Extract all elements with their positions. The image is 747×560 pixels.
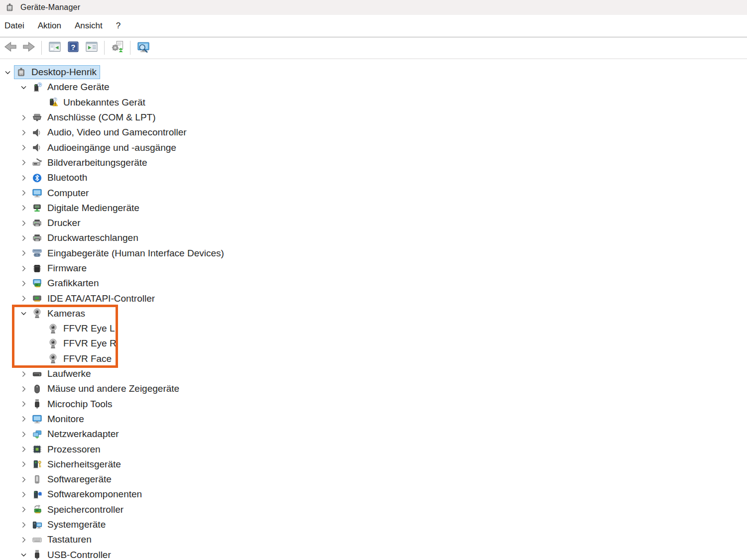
help-button[interactable]: ? [65,40,81,56]
chevron-right-icon[interactable] [17,203,30,214]
back-button[interactable] [2,40,18,56]
update-driver-button[interactable] [109,40,125,56]
chevron-down-icon[interactable] [1,67,14,78]
tree-item[interactable]: Monitore [30,412,88,426]
chevron-right-icon[interactable] [17,399,30,410]
tree-item[interactable]: Microchip Tools [30,397,116,411]
tree-item[interactable]: ?Andere Geräte [30,80,113,94]
tree-item[interactable]: Bluetooth [30,171,91,185]
chevron-right-icon[interactable] [17,278,30,289]
chevron-right-icon[interactable] [17,218,30,228]
menu-item-hilfe[interactable]: ? [116,21,121,31]
chevron-right-icon[interactable] [17,232,30,243]
chevron-right-icon[interactable] [17,142,30,153]
scan-hardware-changes-button[interactable] [135,40,151,56]
tree-row: Systemgeräte [0,517,747,532]
tree-item[interactable]: FFVR Face [46,352,115,366]
tree-item-label: Unbekanntes Gerät [63,97,145,108]
tree-item[interactable]: Tastaturen [30,533,95,547]
tree-row: Speichercontroller [0,502,747,517]
tree-item[interactable]: Prozessoren [30,443,104,456]
camera-icon [47,323,59,335]
chevron-right-icon[interactable] [17,127,30,138]
forward-button[interactable] [20,40,37,56]
chevron-down-icon[interactable] [17,550,30,560]
tree-item[interactable]: Digitale Mediengeräte [30,201,143,215]
chevron-down-icon[interactable] [17,308,30,319]
chevron-right-icon[interactable] [17,414,30,425]
tree-item[interactable]: Druckwarteschlangen [30,231,142,245]
tree-item[interactable]: Drucker [30,216,84,230]
tree-item[interactable]: Firmware [30,261,90,275]
keyboard-icon [31,534,43,546]
tree-item[interactable]: Grafikkarten [30,276,102,290]
tree-item[interactable]: Systemgeräte [30,518,109,532]
chevron-right-icon[interactable] [17,293,30,304]
chevron-right-icon[interactable] [17,383,30,394]
chevron-right-icon[interactable] [17,112,30,123]
chevron-right-icon[interactable] [17,172,30,183]
chevron-right-icon[interactable] [17,474,30,485]
tree-item-label: FFVR Eye R [63,338,117,349]
speaker-icon [31,127,43,138]
tree-item[interactable]: Speichercontroller [30,503,127,517]
chevron-right-icon[interactable] [17,263,30,274]
tree-item[interactable]: IDE ATA/ATAPI-Controller [30,292,158,306]
tree-item[interactable]: FFVR Eye R [46,336,120,350]
tree-item[interactable]: Laufwerke [30,367,95,381]
tree-row: Firmware [0,261,747,276]
tree-item[interactable]: ?Unbekanntes Gerät [46,96,149,110]
tree-item[interactable]: Kameras [30,307,89,321]
tree-item[interactable]: Eingabegeräte (Human Interface Devices) [30,246,228,260]
chevron-right-icon[interactable] [17,444,30,455]
firmware-chip-icon [31,263,43,274]
tree-item[interactable]: Netzwerkadapter [30,427,123,441]
tree-row: Bluetooth [0,170,747,185]
camera-icon [31,308,43,319]
chevron-right-icon[interactable] [17,157,30,168]
tree-item[interactable]: Audio, Video und Gamecontroller [30,125,190,139]
chevron-right-icon[interactable] [17,248,30,259]
tree-item[interactable]: USB-Controller [30,548,115,560]
tree-item-label: Sicherheitsgeräte [47,459,121,470]
chevron-right-icon[interactable] [17,519,30,530]
chevron-right-icon[interactable] [17,188,30,199]
chevron-right-icon[interactable] [17,504,30,515]
tree-item[interactable]: Computer [30,186,92,200]
tree-item[interactable]: Softwaregeräte [30,472,115,486]
tree-item-label: Microchip Tools [47,399,113,410]
chevron-placeholder [33,353,46,364]
show-console-tree-button[interactable] [46,40,63,56]
tree-item[interactable]: FFVR Eye L [46,322,118,336]
menu-item-ansicht[interactable]: Ansicht [75,21,103,31]
gpu-icon [31,278,43,289]
chevron-right-icon[interactable] [17,429,30,440]
tree-row: USB-Controller [0,548,747,560]
menu-item-aktion[interactable]: Aktion [38,21,61,31]
tree-item-label: Anschlüsse (COM & LPT) [47,112,156,123]
tree-row: Desktop-Henrik [0,65,747,80]
chevron-right-icon[interactable] [17,459,30,470]
chevron-right-icon[interactable] [17,534,30,545]
tree-item[interactable]: Mäuse und andere Zeigegeräte [30,382,183,396]
show-action-pane-button[interactable] [83,40,100,56]
chevron-right-icon[interactable] [17,489,30,500]
tree-item[interactable]: Bildverarbeitungsgeräte [30,156,151,170]
tree-row: Drucker [0,216,747,230]
tree-item-label: Softwarekomponenten [47,489,142,500]
tree-row: ?Andere Geräte [0,80,747,95]
tree-item-label: Grafikkarten [47,278,99,289]
chevron-down-icon[interactable] [17,82,30,93]
tree-item[interactable]: Sicherheitsgeräte [30,457,124,471]
tree-item-label: Andere Geräte [47,82,110,93]
tree-item[interactable]: Anschlüsse (COM & LPT) [30,111,159,124]
tree-item[interactable]: Audioeingänge und -ausgänge [30,141,180,155]
tree-item-label: Eingabegeräte (Human Interface Devices) [47,248,224,259]
menu-item-datei[interactable]: Datei [4,21,24,31]
toolbar: ? [0,37,747,59]
update-driver-icon [111,40,124,56]
chevron-right-icon[interactable] [17,368,30,379]
tree-item[interactable]: Softwarekomponenten [30,487,145,501]
tree-item[interactable]: Desktop-Henrik [14,65,100,79]
tree-row: Laufwerke [0,366,747,381]
